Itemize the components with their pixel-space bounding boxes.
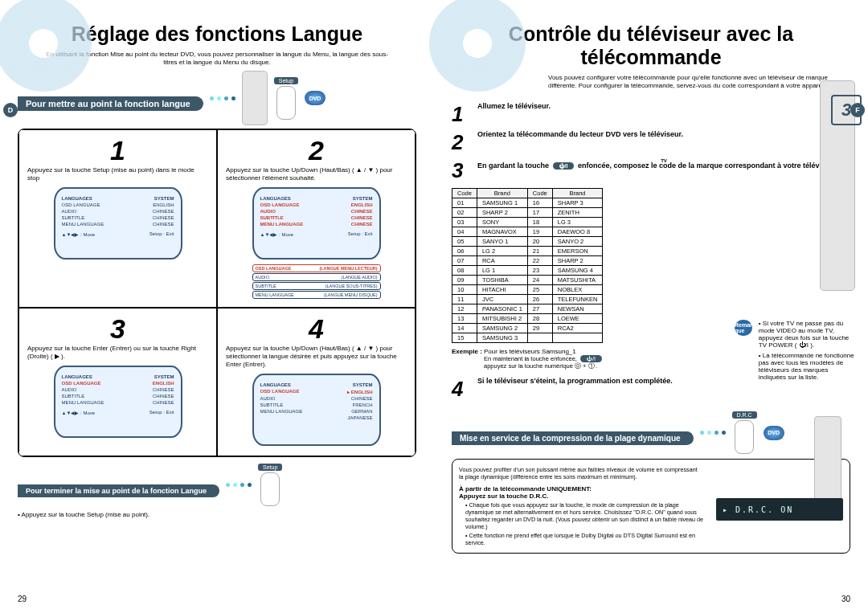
step-text: Appuyez sur la touche Up/Down (Haut/Bas)… [226,345,407,369]
section-tab-left: Pour mettre au point la fonction langue [18,96,203,111]
drc-head: À partir de la télécommande UNIQUEMENT: [459,485,843,492]
side-badge-left: D [3,103,18,117]
drc-intro: Vous pouvez profiter d'un son puissant m… [459,466,700,480]
menu-screen-2: LANGUAGESSYSTEM OSD LANGUAGEENGLISH AUDI… [252,187,381,260]
tv-code-table: CodeBrandCodeBrand 01SAMSUNG 116SHARP 30… [452,188,603,343]
step-number: 3 [27,313,208,345]
intro-right: Vous pouvez configurer votre télécommand… [548,74,850,89]
intro-left: En utilisant la fonction Mise au point d… [40,51,394,66]
step-text: Appuyez sur la touche Up/Down (Haut/Bas)… [226,166,407,182]
step-number: 2 [226,135,407,166]
remote-small-illustration [814,416,841,506]
remark-block: Remar que • Si votre TV ne passe pas du … [735,320,855,381]
tv-power-chip-icon: ⏻/I [580,355,602,362]
setup-button-shape [260,472,280,506]
right-steps: 1Allumez le téléviseur. 2Orientez la tél… [452,102,850,183]
drc-label: D.R.C [732,411,757,419]
setup-label: Setup [274,77,298,84]
drc-button-shape [735,420,754,454]
side-badge-3: 3 [831,95,862,125]
tv-power-chip-icon: ⏻/I [553,162,575,170]
step-text: Appuyez sur la touche Setup (mise au poi… [27,166,208,182]
menu-screen-3: LANGUAGESSYSTEM OSD LANGUAGEENGLISH AUDI… [54,366,182,438]
page-left: D Réglage des fonctions Langue En utilis… [0,0,434,613]
step-text: Appuyez sur la touche Enter (Entrer) ou … [27,345,208,361]
page-number: 30 [841,595,850,603]
drc-display: ▸ D.R.C. ON [716,498,843,521]
pill-menu: OSD LANGUAGE(LANGUE MENU LECTEUR) AUDIO(… [252,264,381,299]
dotted-arrow [700,431,726,435]
menu-screen-4: LANGUAGESSYSTEM OSD LANGUAGE▸ ENGLISH AU… [252,374,381,446]
page-right: F 3 Contrôle du téléviseur avec la téléc… [434,0,868,613]
step-number: 4 [226,313,407,345]
disc-art [429,0,526,92]
footer-tab: Pour terminer la mise au point de la fon… [18,484,219,497]
manual-spread: D Réglage des fonctions Langue En utilis… [0,0,868,613]
dotted-arrow [226,483,252,487]
remote-illustration [242,71,268,125]
steps-grid: 1 Appuyez sur la touche Setup (mise au p… [18,129,416,457]
setup-label: Setup [258,464,282,471]
dotted-arrow [210,96,235,100]
dvd-badge: DVD [305,91,326,105]
footer-note: • Appuyez sur la touche Setup (mise au p… [18,511,416,519]
drc-panel: Vous pouvez profiter d'un son puissant m… [452,459,850,554]
menu-screen-1: LANGUAGESSYSTEM OSD LANGUAGEENGLISH AUDI… [54,187,182,260]
setup-button-shape [276,86,296,120]
remark-badge: Remar que [735,320,752,336]
step-number: 1 [27,135,208,166]
page-number: 29 [18,595,27,603]
dvd-badge: DVD [764,426,784,440]
drc-tab: Mise en service de la compression de la … [452,431,694,445]
